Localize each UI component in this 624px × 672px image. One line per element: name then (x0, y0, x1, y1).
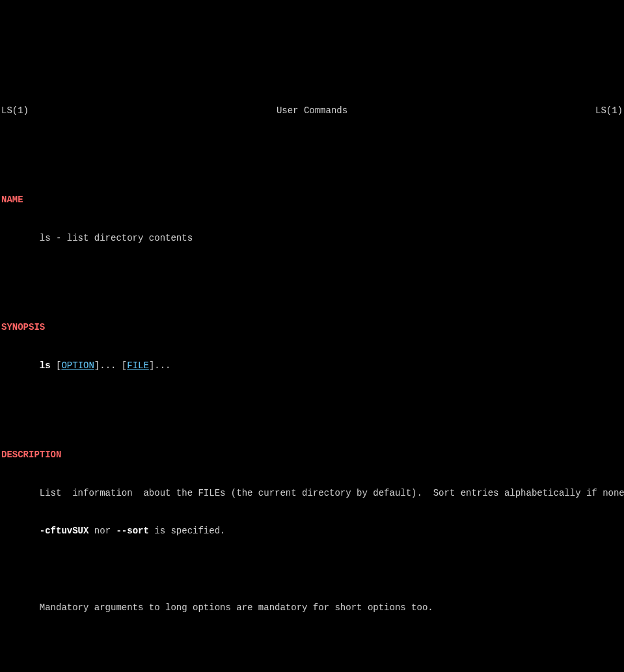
synopsis-cmd: ls (40, 360, 51, 371)
desc-mandatory: Mandatory arguments to long options are … (1, 602, 623, 615)
desc-line1: List information about the FILEs (the cu… (1, 487, 623, 500)
man-header-center: User Commands (277, 105, 347, 118)
man-header-left: LS(1) (1, 105, 29, 118)
synopsis-option-arg: OPTION (61, 360, 94, 371)
section-heading-name: NAME (1, 194, 623, 207)
section-heading-description: DESCRIPTION (1, 449, 623, 462)
man-header-right: LS(1) (595, 105, 623, 118)
man-page-viewport[interactable]: LS(1) User Commands LS(1) NAME ls - list… (0, 64, 624, 672)
desc-line2: -cftuvSUX nor --sort is specified. (1, 525, 623, 538)
synopsis-file-arg: FILE (127, 360, 149, 371)
name-line: ls - list directory contents (1, 232, 623, 245)
section-heading-synopsis: SYNOPSIS (1, 321, 623, 334)
man-header: LS(1) User Commands LS(1) (1, 105, 623, 118)
synopsis-line: ls [OPTION]... [FILE]... (1, 360, 623, 373)
